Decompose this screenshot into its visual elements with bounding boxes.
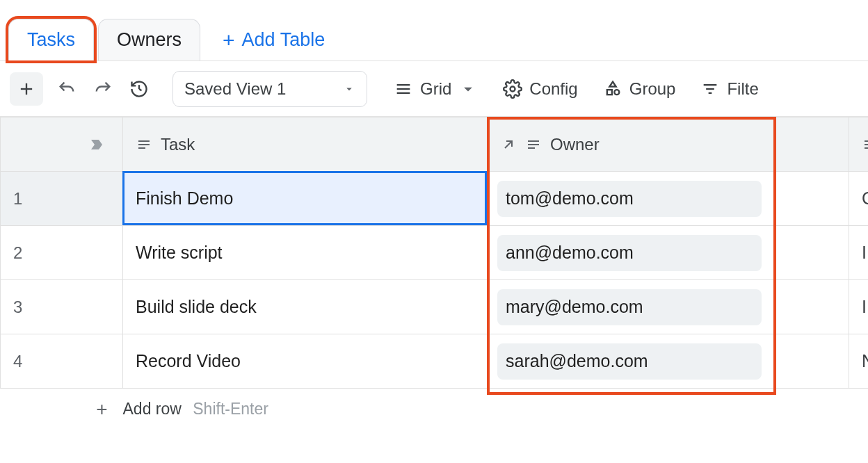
cell-extra[interactable]: N (849, 334, 869, 389)
toolbar: Saved View 1 Grid Config Group Filte (0, 61, 868, 117)
filter-label: Filte (727, 79, 758, 99)
owner-pill: sarah@demo.com (497, 343, 762, 380)
owner-pill: mary@demo.com (497, 289, 762, 325)
data-grid: Task Owner 1 (0, 117, 868, 430)
table-row[interactable]: 2 Write script ann@demo.com I (1, 226, 869, 280)
owner-pill: tom@demo.com (497, 181, 762, 217)
layout-label: Grid (420, 79, 451, 99)
text-column-icon (862, 136, 868, 153)
row-number-header[interactable] (1, 117, 123, 172)
tab-label: Tasks (27, 29, 75, 51)
column-header-task[interactable]: Task (123, 117, 488, 172)
column-header-row: Task Owner (1, 117, 869, 172)
chevron-down-icon (458, 79, 478, 99)
add-row-button[interactable]: + Add row Shift-Enter (1, 389, 869, 430)
undo-icon (57, 79, 77, 99)
column-header-label: Owner (550, 135, 600, 154)
cell-owner[interactable]: sarah@demo.com (488, 334, 849, 389)
add-table-button[interactable]: + Add Table (204, 19, 339, 60)
table-row[interactable]: 4 Record Video sarah@demo.com N (1, 334, 869, 389)
group-shapes-icon (603, 79, 622, 99)
add-row-hint: Shift-Enter (193, 400, 268, 418)
svg-line-17 (505, 141, 512, 148)
saved-view-dropdown[interactable]: Saved View 1 (172, 71, 367, 107)
config-button[interactable]: Config (492, 71, 588, 107)
tag-icon (89, 136, 106, 153)
table-row[interactable]: 1 Finish Demo tom@demo.com C (1, 172, 869, 226)
config-label: Config (529, 79, 577, 99)
plus-icon: + (223, 30, 235, 51)
table-row[interactable]: 3 Build slide deck mary@demo.com I (1, 280, 869, 334)
tab-owners[interactable]: Owners (98, 19, 200, 60)
group-button[interactable]: Group (592, 71, 687, 107)
cell-task[interactable]: Write script (123, 226, 488, 280)
svg-point-7 (511, 86, 515, 91)
cell-task[interactable]: Finish Demo (123, 172, 488, 226)
data-grid-container: Task Owner 1 (0, 117, 868, 430)
link-arrow-icon (500, 136, 517, 153)
tab-label: Owners (117, 29, 182, 51)
cell-extra[interactable]: I (849, 280, 869, 334)
add-row-icon-button[interactable] (10, 72, 43, 106)
cell-owner[interactable]: ann@demo.com (488, 226, 849, 280)
row-number[interactable]: 1 (1, 172, 123, 226)
undo-button[interactable] (50, 72, 83, 106)
plus-icon: + (1, 389, 123, 430)
group-label: Group (629, 79, 676, 99)
cell-task[interactable]: Build slide deck (123, 280, 488, 334)
layout-dropdown[interactable]: Grid (383, 71, 489, 107)
redo-button[interactable] (86, 72, 120, 106)
cell-owner[interactable]: mary@demo.com (488, 280, 849, 334)
svg-point-10 (614, 90, 619, 95)
history-icon (129, 79, 149, 99)
tab-tasks[interactable]: Tasks (8, 19, 94, 60)
cell-extra[interactable]: I (849, 226, 869, 280)
column-header-owner[interactable]: Owner (488, 117, 849, 172)
filter-icon (700, 79, 720, 99)
saved-view-label: Saved View 1 (184, 79, 286, 99)
column-header-label: Task (161, 135, 195, 154)
table-tabs: Tasks Owners + Add Table (0, 0, 868, 61)
history-button[interactable] (122, 72, 156, 106)
filter-button[interactable]: Filte (689, 71, 769, 107)
add-table-label: Add Table (242, 29, 326, 51)
add-row-label: Add row (123, 400, 182, 418)
cell-task[interactable]: Record Video (123, 334, 488, 389)
svg-marker-8 (609, 81, 616, 86)
redo-icon (93, 79, 113, 99)
cell-extra[interactable]: C (849, 172, 869, 226)
gear-icon (503, 79, 522, 99)
svg-rect-9 (607, 90, 612, 95)
svg-line-3 (139, 89, 142, 90)
owner-pill: ann@demo.com (497, 235, 762, 271)
column-header-extra[interactable] (849, 117, 869, 172)
chevron-down-icon (343, 83, 355, 95)
text-column-icon (525, 136, 542, 153)
plus-icon (17, 79, 36, 99)
text-column-icon (136, 136, 152, 153)
cell-owner[interactable]: tom@demo.com (488, 172, 849, 226)
row-number[interactable]: 2 (1, 226, 123, 280)
row-number[interactable]: 3 (1, 280, 123, 334)
grid-lines-icon (394, 79, 413, 99)
row-number[interactable]: 4 (1, 334, 123, 389)
